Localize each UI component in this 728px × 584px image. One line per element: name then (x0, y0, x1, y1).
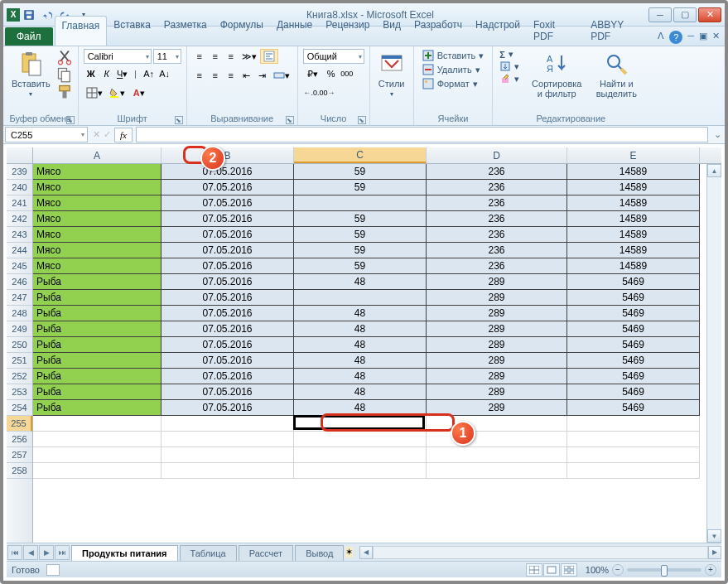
cell[interactable]: Мясо (33, 195, 162, 211)
grow-font-icon[interactable]: A↑ (142, 66, 157, 81)
fill-color-icon[interactable]: ▾ (106, 85, 128, 100)
cell[interactable]: 07.05.2016 (162, 337, 294, 353)
horizontal-scrollbar[interactable]: ◀ ▶ (359, 546, 721, 559)
cell[interactable] (427, 447, 567, 463)
cell[interactable] (567, 447, 700, 463)
cell[interactable] (567, 463, 700, 479)
sheet-tab[interactable]: Вывод (295, 545, 344, 561)
cell[interactable] (294, 432, 427, 447)
cell[interactable]: 14589 (567, 164, 700, 180)
ribbon-tab-7[interactable]: Разработч (407, 16, 469, 46)
formula-input[interactable] (136, 127, 708, 142)
cell[interactable]: 236 (427, 243, 567, 258)
cell[interactable]: Рыба (33, 337, 162, 353)
cell[interactable]: 14589 (567, 211, 700, 227)
scroll-up-icon[interactable]: ▲ (707, 164, 721, 177)
row-header[interactable]: 255 (7, 416, 32, 432)
row-header[interactable]: 239 (7, 164, 32, 180)
cell[interactable]: 289 (427, 400, 567, 416)
cell[interactable]: 14589 (567, 258, 700, 274)
maximize-button[interactable]: ▢ (673, 7, 697, 22)
fill-icon[interactable]: ▾ (498, 60, 521, 72)
cell[interactable]: 5469 (567, 337, 700, 353)
cell[interactable]: 07.05.2016 (162, 243, 294, 258)
cell[interactable]: 5469 (567, 306, 700, 321)
ribbon-tab-6[interactable]: Вид (376, 16, 407, 46)
col-header-A[interactable]: A (33, 147, 162, 163)
format-cells-button[interactable]: Формат▾ (419, 77, 481, 90)
cell[interactable]: 289 (427, 321, 567, 337)
bold-icon[interactable]: Ж (84, 66, 99, 81)
col-header-C[interactable]: C (294, 147, 427, 163)
cell[interactable]: Рыба (33, 274, 162, 290)
format-painter-icon[interactable] (56, 84, 73, 100)
borders-icon[interactable]: ▾ (84, 85, 105, 100)
cell[interactable]: 48 (294, 369, 427, 384)
cell[interactable]: 07.05.2016 (162, 400, 294, 416)
cell[interactable]: 289 (427, 306, 567, 321)
cell[interactable] (162, 432, 294, 447)
ribbon-tab-8[interactable]: Надстрой (469, 16, 527, 46)
cell[interactable] (162, 463, 294, 479)
cell[interactable]: 59 (294, 211, 427, 227)
cell[interactable] (33, 416, 162, 432)
close-button[interactable]: ✕ (698, 7, 721, 22)
cell[interactable]: 07.05.2016 (162, 369, 294, 384)
cell[interactable] (427, 463, 567, 479)
cell[interactable]: 5469 (567, 400, 700, 416)
align-mid-icon[interactable]: ≡ (208, 49, 223, 64)
prev-sheet-icon[interactable]: ◀ (23, 545, 38, 560)
insert-function-button[interactable]: fx (114, 128, 133, 142)
last-sheet-icon[interactable]: ⏭ (55, 545, 70, 560)
cell[interactable]: 07.05.2016 (162, 227, 294, 243)
cell[interactable]: 48 (294, 400, 427, 416)
ribbon-tab-10[interactable]: ABBYY PDF (584, 16, 653, 46)
clear-icon[interactable]: ▾ (498, 73, 521, 84)
cell[interactable]: 07.05.2016 (162, 353, 294, 369)
cell[interactable]: Рыба (33, 290, 162, 306)
ribbon-tab-4[interactable]: Данные (270, 16, 319, 46)
cell[interactable]: Рыба (33, 384, 162, 400)
cell[interactable] (162, 447, 294, 463)
page-layout-view-icon[interactable] (543, 563, 560, 577)
find-select-button[interactable]: Найти и выделить (589, 49, 644, 100)
cell[interactable]: 48 (294, 337, 427, 353)
cell[interactable]: 07.05.2016 (162, 195, 294, 211)
cell[interactable]: 59 (294, 258, 427, 274)
zoom-out-icon[interactable]: − (612, 564, 624, 576)
cell[interactable]: 48 (294, 306, 427, 321)
cut-icon[interactable] (56, 49, 73, 65)
row-header[interactable]: 243 (7, 227, 32, 243)
cell[interactable]: 5469 (567, 384, 700, 400)
ribbon-tab-9[interactable]: Foxit PDF (527, 16, 584, 46)
dec-decimal-icon[interactable]: .00→ (319, 85, 334, 100)
cell[interactable]: Мясо (33, 258, 162, 274)
zoom-slider[interactable] (627, 568, 701, 572)
col-header-E[interactable]: E (567, 147, 700, 163)
cell[interactable]: Мясо (33, 180, 162, 195)
cell[interactable]: 07.05.2016 (162, 180, 294, 195)
cell[interactable] (427, 432, 567, 447)
macro-record-icon[interactable] (46, 564, 60, 576)
col-header-B[interactable]: B (162, 147, 294, 163)
align-launcher-icon[interactable]: ⬊ (286, 116, 294, 124)
ribbon-tab-0[interactable]: Главная (55, 16, 108, 46)
cell[interactable]: Рыба (33, 321, 162, 337)
italic-icon[interactable]: К (99, 66, 114, 81)
number-launcher-icon[interactable]: ⬊ (358, 116, 366, 124)
align-bot-icon[interactable]: ≡ (224, 49, 239, 64)
cell[interactable]: 07.05.2016 (162, 258, 294, 274)
doc-min-icon[interactable]: ─ (687, 31, 694, 44)
row-header[interactable]: 249 (7, 321, 32, 337)
scroll-left-icon[interactable]: ◀ (359, 546, 373, 559)
align-top-icon[interactable]: ≡ (192, 49, 207, 64)
row-header[interactable]: 250 (7, 337, 32, 353)
next-sheet-icon[interactable]: ▶ (39, 545, 54, 560)
underline-icon[interactable]: Ч▾ (115, 66, 130, 81)
cell[interactable] (33, 447, 162, 463)
doc-restore-icon[interactable]: ▣ (699, 31, 707, 44)
row-header[interactable]: 245 (7, 258, 32, 274)
cell[interactable]: 5469 (567, 274, 700, 290)
cell[interactable]: 236 (427, 164, 567, 180)
cell[interactable]: 48 (294, 274, 427, 290)
